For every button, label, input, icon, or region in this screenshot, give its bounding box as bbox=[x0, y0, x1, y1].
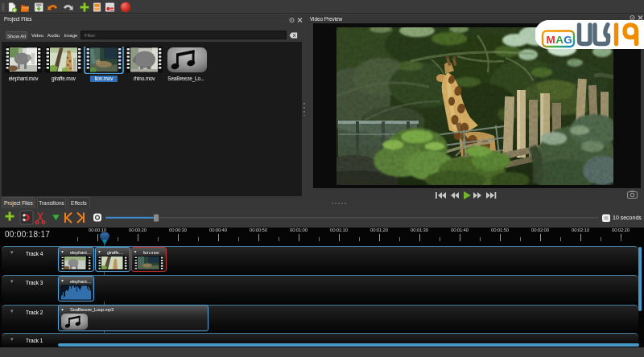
svg-text:MAG: MAG bbox=[547, 34, 573, 46]
